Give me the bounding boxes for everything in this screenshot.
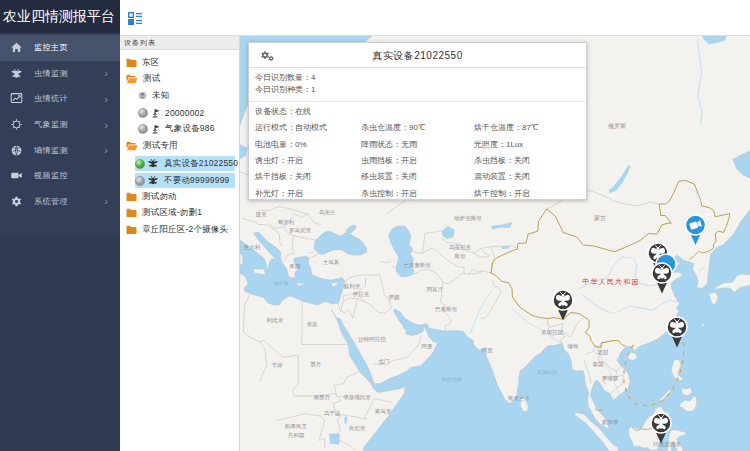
svg-text:土耳其: 土耳其	[323, 259, 340, 265]
svg-text:斯坦: 斯坦	[454, 253, 467, 259]
svg-text:哈萨克斯坦: 哈萨克斯坦	[454, 215, 482, 222]
svg-text:柬埔寨: 柬埔寨	[602, 375, 619, 381]
svg-text:乌干达: 乌干达	[324, 410, 341, 416]
svg-text:乍得: 乍得	[272, 362, 284, 369]
svg-text:匈牙利: 匈牙利	[278, 219, 295, 225]
svg-text:中华人民共和国: 中华人民共和国	[582, 278, 639, 286]
svg-text:巴基斯坦: 巴基斯坦	[435, 306, 458, 312]
svg-text:地中海: 地中海	[273, 280, 289, 287]
svg-text:乌克兰: 乌克兰	[319, 209, 336, 216]
svg-text:埃及: 埃及	[307, 321, 319, 327]
svg-text:肯尼亚: 肯尼亚	[349, 425, 366, 431]
svg-text:土库曼斯坦: 土库曼斯坦	[403, 262, 431, 269]
svg-text:希腊: 希腊	[290, 263, 302, 269]
svg-text:埃塞俄比亚: 埃塞俄比亚	[343, 394, 371, 401]
svg-text:意大利: 意大利	[243, 244, 261, 250]
svg-text:乌兹别克: 乌兹别克	[449, 244, 472, 251]
svg-text:老挝: 老挝	[598, 349, 610, 356]
svg-text:沙特阿拉伯: 沙特阿拉伯	[358, 336, 386, 343]
svg-text:孟加拉国: 孟加拉国	[541, 329, 563, 336]
svg-text:阿富汗: 阿富汗	[427, 286, 444, 293]
svg-text:罗马尼亚: 罗马尼亚	[289, 227, 312, 234]
svg-text:南苏丹: 南苏丹	[314, 394, 331, 400]
svg-text:缅甸: 缅甸	[568, 343, 579, 350]
svg-text:斯里兰卡: 斯里兰卡	[507, 395, 531, 401]
svg-text:苏丹: 苏丹	[311, 361, 323, 367]
svg-text:利比亚: 利比亚	[267, 317, 284, 323]
svg-text:新加坡: 新加坡	[602, 419, 619, 425]
svg-text:印度尼西亚: 印度尼西亚	[653, 441, 681, 448]
svg-text:印度: 印度	[482, 347, 494, 354]
svg-text:俄罗斯: 俄罗斯	[608, 123, 626, 130]
svg-text:伊朗: 伊朗	[388, 294, 400, 301]
svg-text:刚果民主: 刚果民主	[285, 423, 308, 430]
svg-text:阿拉伯海: 阿拉伯海	[442, 376, 462, 383]
svg-text:蒙古: 蒙古	[594, 215, 606, 222]
svg-text:阿曼: 阿曼	[422, 343, 434, 350]
svg-text:伊拉克: 伊拉克	[352, 291, 370, 298]
svg-text:也门: 也门	[379, 358, 390, 364]
svg-text:泰国: 泰国	[593, 361, 604, 368]
svg-text:共和国: 共和国	[287, 432, 305, 439]
svg-text:捷克: 捷克	[256, 211, 268, 218]
svg-text:叙利亚: 叙利亚	[344, 283, 361, 290]
svg-text:孟加拉湾: 孟加拉湾	[536, 369, 557, 376]
svg-text:索马里: 索马里	[375, 408, 392, 414]
